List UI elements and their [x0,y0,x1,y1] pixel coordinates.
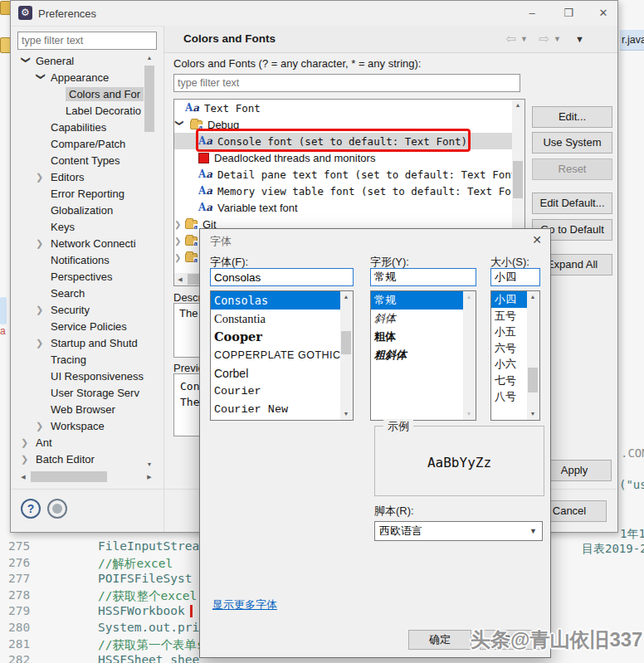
maximize-button[interactable]: ❒ [556,4,581,22]
close-button[interactable]: ✕ [591,4,616,22]
sidebar-item[interactable]: Error Reporting [17,185,144,202]
style-option[interactable]: 粗体 [371,328,463,346]
use-system-font-button[interactable]: Use System Font [532,132,612,154]
chevron-icon[interactable]: ❯ [174,236,185,246]
sidebar-item[interactable]: ❯Security [17,301,144,318]
style-list-scrollbar[interactable]: ▲ ▼ [463,291,476,420]
chevron-icon[interactable]: ❯ [36,338,51,349]
sidebar-item[interactable]: ❯Workspace [17,417,144,434]
sidebar-item[interactable]: Notifications [17,251,144,268]
sidebar-item[interactable]: ❯General [17,52,144,69]
font-option[interactable]: Corbel [211,364,340,383]
page-header: Colors and Fonts ⇦ ▼ ⇨ ▼ ▼ [164,26,617,53]
titlebar[interactable]: ⚙ Preferences – ❒ ✕ [11,1,617,27]
chevron-icon[interactable]: ❯ [175,119,184,130]
folder-icon: a [185,220,198,229]
show-more-fonts-link[interactable]: 显示更多字体 [212,597,277,612]
font-style-input[interactable] [370,268,476,286]
size-option[interactable]: 小四 [491,291,527,308]
chevron-icon[interactable]: ❯ [36,238,51,249]
view-menu-icon[interactable]: ▼ [575,34,584,44]
chevron-icon[interactable]: ❯ [174,253,185,262]
size-option[interactable]: 八号 [491,388,527,405]
toggle-button[interactable] [47,499,67,519]
font-dialog: 字体 ✕ 字体(F): 字形(Y): 大小(S): ConsolasConsta… [199,228,551,658]
minimize-button[interactable]: – [520,4,544,22]
font-option[interactable]: COPPERPLATE GOTHIC [211,346,340,364]
sidebar-item[interactable]: UI Responsiveness [17,368,144,384]
sidebar-item[interactable]: Capabilities [17,119,144,135]
font-size-input[interactable] [490,268,540,286]
chevron-icon[interactable]: ❯ [36,421,51,431]
script-value: 西欧语言 [379,524,422,537]
back-icon[interactable]: ⇦ [505,32,516,46]
background-editor-tab[interactable]: r.java [620,30,644,51]
size-option[interactable]: 七号 [491,373,527,389]
forward-dropdown-icon[interactable]: ▼ [554,35,561,43]
sidebar-item[interactable]: ❯Ant [17,434,144,451]
size-option[interactable]: 小五 [491,324,527,340]
ok-button[interactable]: 确定 [408,630,471,650]
sidebar-item[interactable]: Keys [17,218,144,235]
sidebar-item[interactable]: Web Browser [17,401,144,417]
sidebar-item[interactable]: Globalization [17,202,144,218]
font-option[interactable]: Constantia [211,310,340,328]
fonts-tree-row[interactable]: AaDetail pane text font (set to default:… [174,166,524,183]
sidebar-item[interactable]: ❯Startup and Shutd [17,334,144,351]
sidebar-item[interactable]: User Storage Serv [17,384,144,401]
background-text-fragment: a [0,325,6,337]
forward-icon[interactable]: ⇨ [539,32,549,46]
chevron-icon[interactable]: ❯ [36,72,46,82]
size-list-scrollbar[interactable]: ▲ ▼ [527,291,539,420]
size-option[interactable]: 五号 [491,308,527,324]
size-option[interactable]: 六号 [491,340,527,357]
sidebar-item[interactable]: ❯Network Connecti [17,235,144,251]
style-option[interactable]: 常规 [371,291,463,310]
sidebar-item[interactable]: Perspectives [17,268,144,285]
back-dropdown-icon[interactable]: ▼ [520,35,528,43]
sidebar-item[interactable]: Tracing [17,351,144,368]
fonts-tree-row[interactable]: AaText Font [174,100,524,116]
font-name-input[interactable] [210,268,354,286]
fonts-filter-input[interactable] [173,74,520,92]
chevron-icon[interactable]: ❯ [36,172,51,183]
font-option[interactable]: Cooper [211,328,340,346]
font-option[interactable]: Courier New [211,401,340,419]
sidebar-item[interactable]: Service Policies [17,318,144,334]
sidebar-filter-input[interactable] [17,32,157,50]
edit-default--button[interactable]: Edit Default... [532,193,612,214]
size-option[interactable]: 小六 [491,356,527,373]
dialog-title: 字体 [210,234,232,249]
font-option[interactable]: Consolas [211,291,340,310]
chevron-icon[interactable]: ❯ [21,454,36,465]
dialog-close-icon[interactable]: ✕ [532,233,542,246]
font-size-list: 小四五号小五六号小六七号八号 ▲ ▼ [490,290,540,421]
sidebar-item[interactable]: ❯Batch Editor [17,451,144,467]
style-option[interactable]: 斜体 [371,310,463,328]
font-option[interactable]: Courier [211,383,340,401]
font-list-scrollbar[interactable]: ▲ ▼ [340,291,353,420]
chevron-icon[interactable]: ❯ [36,305,51,315]
fonts-tree-row[interactable]: Deadlocked threads and monitors [174,149,524,166]
sidebar-scrollbar-vertical[interactable]: ▲ ▼ [144,52,155,470]
sidebar-item[interactable]: Compare/Patch [17,135,144,152]
sidebar-item[interactable]: Colors and For [17,85,144,102]
fonts-tree-label: Deadlocked threads and monitors [214,152,375,164]
sidebar-item[interactable]: Search [17,285,144,301]
style-option[interactable]: 粗斜体 [371,346,463,364]
sidebar-item[interactable]: ❯Appearance [17,69,144,85]
sidebar-item[interactable]: Label Decoratio [17,102,144,119]
chevron-icon[interactable]: ❯ [174,220,185,229]
app-icon: ⚙ [18,6,32,20]
sidebar-item-label: Ant [36,436,52,449]
chevron-icon[interactable]: ❯ [21,437,36,448]
sidebar-item[interactable]: Content Types [17,152,144,168]
fonts-tree-row[interactable]: AaMemory view table font (set to default… [174,183,524,199]
sidebar-item[interactable]: ❯Editors [17,168,144,185]
fonts-tree-row[interactable]: AaVariable text font [174,199,524,216]
sidebar-scrollbar-horizontal[interactable]: ◀ ▶ [17,470,155,483]
script-select[interactable]: 西欧语言 ▼ [374,521,543,541]
help-button[interactable]: ? [21,499,41,519]
edit--button[interactable]: Edit... [532,106,612,128]
chevron-icon[interactable]: ❯ [21,56,32,66]
